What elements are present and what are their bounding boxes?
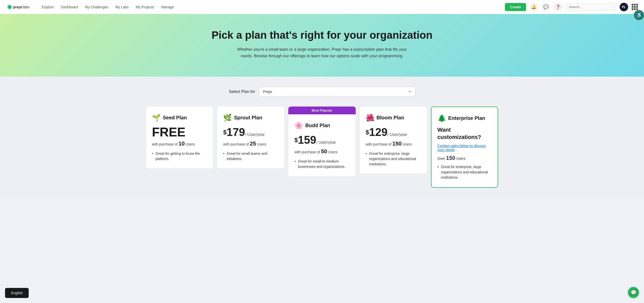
sprout-price-amount: 179 <box>227 126 245 138</box>
enterprise-plan-name: Enterprise Plan <box>448 115 485 121</box>
svg-text:labs: labs <box>23 5 29 9</box>
budd-price-dollar: $ <box>294 137 298 143</box>
nav-my-projects[interactable]: My Projects <box>136 5 154 9</box>
budd-plan-name: Budd Plan <box>305 123 330 128</box>
notifications-icon[interactable]: 🔔 <box>530 3 538 11</box>
budd-plan-features: Great for small-to-medium businesses and… <box>294 159 349 169</box>
navbar-right: Create 🔔 💬 ❓ PL <box>505 3 638 11</box>
enterprise-plan-features: Great for enterprise, large organization… <box>437 164 492 180</box>
accessibility-button[interactable]: ♿ <box>634 10 644 20</box>
seed-feature-1: Great for getting to know the platform. <box>152 151 207 162</box>
plan-selector-label: Select Plan for <box>229 89 255 94</box>
help-icon[interactable]: ❓ <box>554 3 562 11</box>
messages-icon[interactable]: 💬 <box>542 3 550 11</box>
sprout-price-dollar: $ <box>223 129 226 136</box>
bloom-plan-price: $129/ User/year <box>366 126 421 138</box>
bloom-plan-features: Great for enterprise, large organization… <box>366 151 421 167</box>
bloom-plan-card: 🌺 Bloom Plan $129/ User/year with purcha… <box>360 107 427 174</box>
svg-text:prepr: prepr <box>13 5 22 9</box>
enterprise-plan-header: 🌲 Enterprise Plan <box>437 114 492 122</box>
sprout-plan-name: Sprout Plan <box>234 115 262 121</box>
bloom-plan-users: with purchase of 150 Users <box>366 140 421 147</box>
sprout-plan-card: 🌿 Sprout Plan $179/ User/year with purch… <box>217 107 284 169</box>
create-button[interactable]: Create <box>505 3 526 11</box>
nav-links: Explore Dashboard My Challenges My Labs … <box>42 5 505 9</box>
bloom-price-unit: / User/year <box>387 132 407 137</box>
plan-selector: Select Plan for Prepr Other <box>0 77 644 102</box>
budd-feature-1: Great for small-to-medium businesses and… <box>294 159 349 169</box>
budd-plan-price: $159/ User/year <box>294 134 349 146</box>
bloom-feature-1: Great for enterprise, large organization… <box>366 151 421 167</box>
sprout-plan-price: $179/ User/year <box>223 126 278 138</box>
logo[interactable]: prepr labs <box>6 3 34 11</box>
seed-plan-price: FREE <box>152 126 207 138</box>
seed-plan-card: 🌱 Seed Plan FREE with purchase of 10 Use… <box>146 107 213 169</box>
sprout-price-unit: / User/year <box>245 132 265 137</box>
budd-price-amount: 159 <box>298 134 316 146</box>
budd-plan-card: Most Popular 🌸 Budd Plan $159/ User/year… <box>288 107 355 176</box>
seed-plan-name: Seed Plan <box>163 115 187 121</box>
avatar[interactable]: PL <box>620 3 628 11</box>
budd-price-unit: / User/year <box>316 140 336 144</box>
hero-title: Pick a plan that's right for your organi… <box>209 29 435 41</box>
sprout-plan-icon: 🌿 <box>223 114 232 122</box>
plans-grid: 🌱 Seed Plan FREE with purchase of 10 Use… <box>146 107 498 188</box>
enterprise-over-users: Over 150 Users <box>437 155 492 161</box>
seed-plan-users: with purchase of 10 Users <box>152 140 207 147</box>
enterprise-feature-1: Great for enterprise, large organization… <box>437 164 492 180</box>
apps-grid-icon[interactable] <box>632 4 638 10</box>
budd-plan-header: 🌸 Budd Plan <box>294 121 349 130</box>
seed-plan-icon: 🌱 <box>152 114 161 122</box>
nav-explore[interactable]: Explore <box>42 5 54 9</box>
enterprise-contact-link[interactable]: Contact sales below to discuss your need… <box>437 144 492 152</box>
nav-my-challenges[interactable]: My Challenges <box>85 5 108 9</box>
enterprise-subtitle: Want customizations? <box>437 126 492 141</box>
svg-point-1 <box>8 6 11 8</box>
plan-select-dropdown[interactable]: Prepr Other <box>259 87 415 96</box>
hero-section: Pick a plan that's right for your organi… <box>0 14 644 77</box>
sprout-feature-1: Great for small teams and initiatives. <box>223 151 278 162</box>
budd-plan-users: with purchase of 50 Users <box>294 148 349 155</box>
plans-area: 🌱 Seed Plan FREE with purchase of 10 Use… <box>0 102 644 198</box>
sprout-plan-features: Great for small teams and initiatives. <box>223 151 278 162</box>
bloom-plan-icon: 🌺 <box>366 114 375 122</box>
navbar: prepr labs Explore Dashboard My Challeng… <box>0 0 644 14</box>
bloom-plan-header: 🌺 Bloom Plan <box>366 114 421 122</box>
enterprise-plan-icon: 🌲 <box>437 114 446 122</box>
bloom-plan-name: Bloom Plan <box>377 115 404 121</box>
bloom-price-amount: 129 <box>369 126 387 138</box>
enterprise-plan-card: 🌲 Enterprise Plan Want customizations? C… <box>431 107 498 188</box>
sprout-plan-users: with purchase of 25 Users <box>223 140 278 147</box>
sprout-plan-header: 🌿 Sprout Plan <box>223 114 278 122</box>
bloom-price-dollar: $ <box>366 129 369 136</box>
search-input[interactable] <box>566 3 616 11</box>
hero-subtitle: Whether you're a small team or a large o… <box>236 46 408 59</box>
nav-manage[interactable]: Manage <box>161 5 174 9</box>
budd-card-inner: 🌸 Budd Plan $159/ User/year with purchas… <box>288 114 355 176</box>
seed-plan-header: 🌱 Seed Plan <box>152 114 207 122</box>
nav-dashboard[interactable]: Dashboard <box>61 5 78 9</box>
most-popular-badge: Most Popular <box>288 107 355 114</box>
seed-plan-features: Great for getting to know the platform. <box>152 151 207 162</box>
budd-plan-icon: 🌸 <box>294 121 303 130</box>
nav-my-labs[interactable]: My Labs <box>115 5 129 9</box>
